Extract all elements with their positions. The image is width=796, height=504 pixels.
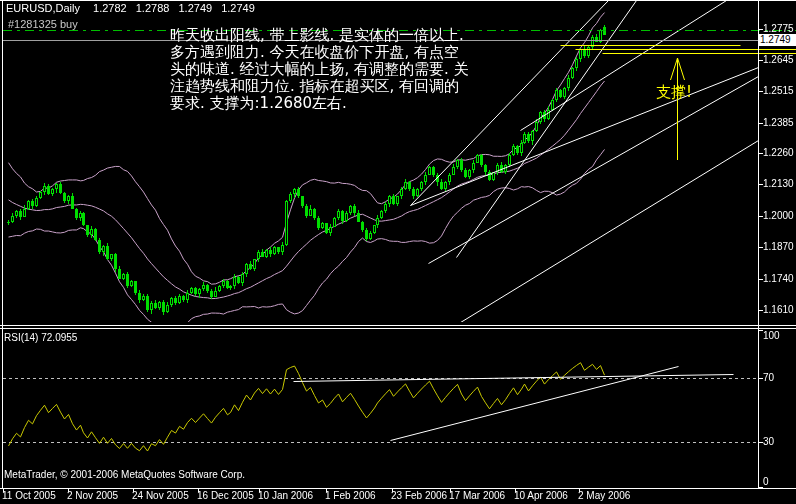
time-axis-label: 2 Nov 2005 xyxy=(67,491,118,501)
price-axis-label: 1.2385 xyxy=(763,118,794,128)
rsi-axis-label: 100 xyxy=(763,331,780,341)
time-axis-label: 17 Mar 2006 xyxy=(449,491,505,501)
time-axis-label: 16 Dec 2005 xyxy=(197,491,254,501)
close-value: 1.2749 xyxy=(221,2,255,14)
time-axis-label: 1 Feb 2006 xyxy=(325,491,376,501)
rsi-indicator-label: RSI(14) 72.0955 xyxy=(4,332,77,343)
rsi-axis-label: 30 xyxy=(763,437,774,447)
price-axis-label: 1.2000 xyxy=(763,211,794,221)
symbol-period-label: EURUSD,Daily xyxy=(6,2,80,14)
copyright-label: MetaTrader, © 2001-2006 MetaQuotes Softw… xyxy=(4,469,245,480)
price-axis-label: 1.2645 xyxy=(763,55,794,65)
open-value: 1.2782 xyxy=(93,2,127,14)
price-axis-label: 1.2515 xyxy=(763,86,794,96)
price-axis-label: 1.2775 xyxy=(763,24,794,34)
price-axis-label: 1.2260 xyxy=(763,148,794,158)
high-value: 1.2788 xyxy=(136,2,170,14)
current-price-box: 1.2749 xyxy=(758,34,796,46)
rsi-axis-label: 0 xyxy=(763,477,769,487)
time-axis-label: 23 Feb 2006 xyxy=(391,491,447,501)
buy-order-label: #1281325 buy xyxy=(8,19,78,30)
time-axis-label: 10 Jan 2006 xyxy=(258,491,313,501)
price-axis-label: 1.1740 xyxy=(763,274,794,284)
price-axis-label: 1.1870 xyxy=(763,242,794,252)
rsi-axis-label: 70 xyxy=(763,373,774,383)
time-axis-label: 10 Apr 2006 xyxy=(514,491,568,501)
price-axis-label: 1.1610 xyxy=(763,305,794,315)
metatrader-chart-window: EURUSD,Daily 1.2782 1.2788 1.2749 1.2749… xyxy=(0,0,796,504)
time-axis-label: 2 May 2006 xyxy=(578,491,630,501)
annotation-line: 头的味道. 经过大幅的上扬, 有调整的需要. 关 xyxy=(170,61,469,78)
analysis-annotation: 昨天收出阳线, 带上影线. 是实体的一倍以上. 多方遇到阻力. 今天在收盘价下开… xyxy=(170,27,469,112)
annotation-line: 要求. 支撑为:1.2680左右. xyxy=(170,95,469,112)
chart-title: EURUSD,Daily 1.2782 1.2788 1.2749 1.2749 xyxy=(6,3,255,14)
annotation-line: 昨天收出阳线, 带上影线. 是实体的一倍以上. xyxy=(170,27,469,44)
time-axis-label: 11 Oct 2005 xyxy=(2,491,56,501)
annotation-line: 多方遇到阻力. 今天在收盘价下开盘, 有点空 xyxy=(170,44,469,61)
price-axis-label: 1.2130 xyxy=(763,179,794,189)
annotation-line: 注趋势线和阻力位. 指标在超买区, 有回调的 xyxy=(170,78,469,95)
time-axis-label: 24 Nov 2005 xyxy=(132,491,189,501)
low-value: 1.2749 xyxy=(178,2,212,14)
support-annotation-label: 支撑! xyxy=(656,83,692,102)
